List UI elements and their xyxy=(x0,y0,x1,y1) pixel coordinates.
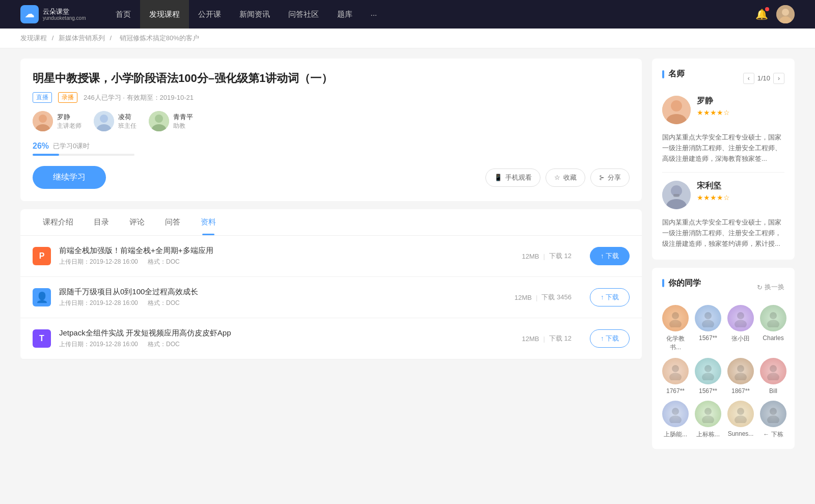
svg-point-37 xyxy=(704,408,712,415)
svg-point-4 xyxy=(39,115,47,123)
classmate-5[interactable]: 1767** xyxy=(662,358,689,395)
classmate-10[interactable]: 上标栋... xyxy=(695,401,721,439)
classmate-8[interactable]: Bill xyxy=(760,358,786,395)
logo-text-container: 云朵课堂 yunduoketang.com xyxy=(43,8,86,21)
classmate-6[interactable]: 1567** xyxy=(695,358,721,395)
file-info-3: Jetpack全组件实战 开发短视频应用高仿皮皮虾App 上传日期：2019-1… xyxy=(59,328,513,349)
classmates-header: 你的同学 ↻ 换一换 xyxy=(662,278,784,297)
nav-discover[interactable]: 发现课程 xyxy=(140,0,189,29)
classmate-5-avatar xyxy=(662,358,689,384)
nav-exam[interactable]: 题库 xyxy=(328,0,362,29)
file-name-1: 前端全栈加强版！前端全栈+全周期+多端应用 xyxy=(59,246,513,256)
classmate-1-avatar xyxy=(662,305,689,331)
progress-text: 已学习0课时 xyxy=(53,142,90,151)
nav-news[interactable]: 新闻资讯 xyxy=(230,0,279,29)
teacher-2-role: 班主任 xyxy=(118,122,137,130)
nav-qa[interactable]: 问答社区 xyxy=(279,0,328,29)
tab-resources[interactable]: 资料 xyxy=(191,209,226,235)
main-content: 明星中教授课，小学阶段语法100分–强化级第1讲动词（一） 直播 录播 246人… xyxy=(20,59,642,457)
tab-intro[interactable]: 课程介绍 xyxy=(33,209,84,235)
teacher-divider xyxy=(662,172,784,173)
classmate-1[interactable]: 化学教书... xyxy=(662,305,689,352)
classmate-2[interactable]: 1567** xyxy=(695,305,721,352)
svg-point-41 xyxy=(770,408,777,415)
main-layout: 明星中教授课，小学阶段语法100分–强化级第1讲动词（一） 直播 录播 246人… xyxy=(0,48,815,467)
file-icon-1: P xyxy=(33,247,51,265)
teachers-sidebar-card: 名师 ‹ 1/10 › 罗静 ★★★★☆ xyxy=(652,59,795,260)
classmate-7[interactable]: 1867** xyxy=(727,358,754,395)
refresh-label: 换一换 xyxy=(765,283,784,292)
action-buttons-right: 📱 手机观看 ☆ 收藏 ⊱ 分享 xyxy=(485,169,630,187)
phone-watch-button[interactable]: 📱 手机观看 xyxy=(485,169,540,187)
nav-opencourse[interactable]: 公开课 xyxy=(189,0,230,29)
star-icon: ☆ xyxy=(554,174,560,181)
course-meta: 直播 录播 246人已学习 · 有效期至：2019-10-21 xyxy=(33,92,630,103)
teachers-pagination: ‹ 1/10 › xyxy=(743,73,784,84)
teacher-2: 凌荷 班主任 xyxy=(94,111,137,131)
svg-point-29 xyxy=(704,365,712,372)
svg-point-42 xyxy=(767,415,779,423)
share-label: 分享 xyxy=(608,173,621,182)
file-item-2: 👤 跟随千万级项目从0到100全过程高效成长 上传日期：2019-12-28 1… xyxy=(20,277,642,318)
classmate-12[interactable]: ← 下栋 xyxy=(760,401,786,439)
user-avatar[interactable] xyxy=(776,5,795,23)
svg-point-40 xyxy=(735,415,747,423)
classmate-5-name: 1767** xyxy=(666,387,685,395)
logo-sub: yunduoketang.com xyxy=(43,15,86,21)
svg-point-23 xyxy=(737,312,744,319)
svg-point-10 xyxy=(155,115,163,123)
svg-point-24 xyxy=(735,320,747,327)
logo-name: 云朵课堂 xyxy=(43,8,86,16)
sidebar-teacher-1-avatar xyxy=(662,96,691,124)
classmate-3-avatar xyxy=(727,305,754,331)
tab-qa[interactable]: 问答 xyxy=(155,209,191,235)
tab-comments[interactable]: 评论 xyxy=(119,209,155,235)
teachers-prev-button[interactable]: ‹ xyxy=(743,73,754,84)
refresh-button[interactable]: ↻ 换一换 xyxy=(757,283,784,292)
teacher-3-avatar xyxy=(149,111,169,131)
tab-contents[interactable]: 目录 xyxy=(84,209,119,235)
classmate-7-avatar xyxy=(727,358,754,384)
nav-home[interactable]: 首页 xyxy=(106,0,140,29)
course-title: 明星中教授课，小学阶段语法100分–强化级第1讲动词（一） xyxy=(33,71,630,86)
share-button[interactable]: ⊱ 分享 xyxy=(590,169,630,187)
classmate-6-avatar xyxy=(695,358,721,384)
teacher-3: 青青平 助教 xyxy=(149,111,193,131)
classmate-4[interactable]: Charles xyxy=(760,305,786,352)
progress-section: 26% 已学习0课时 xyxy=(33,142,630,156)
teachers-list: 罗静 主讲老师 凌荷 班主任 xyxy=(33,111,630,131)
collect-button[interactable]: ☆ 收藏 xyxy=(546,169,585,187)
avatar-image xyxy=(776,5,795,23)
continue-study-button[interactable]: 继续学习 xyxy=(33,166,106,189)
svg-point-31 xyxy=(737,365,744,372)
classmate-8-name: Bill xyxy=(769,387,777,395)
svg-point-19 xyxy=(672,312,679,319)
breadcrumb-series[interactable]: 新媒体营销系列 xyxy=(59,34,105,42)
download-button-3[interactable]: ↑ 下载 xyxy=(590,329,630,348)
classmates-grid: 化学教书... 1567** xyxy=(662,305,784,439)
bell-icon[interactable]: 🔔 xyxy=(755,8,768,20)
logo[interactable]: ☁ 云朵课堂 yunduoketang.com xyxy=(20,5,86,23)
breadcrumb-discover[interactable]: 发现课程 xyxy=(20,34,47,42)
nav-more[interactable]: ··· xyxy=(362,0,387,29)
download-button-2[interactable]: ↑ 下载 xyxy=(590,288,630,306)
teacher-1-role: 主讲老师 xyxy=(57,122,82,130)
classmate-1-name: 化学教书... xyxy=(662,334,689,352)
sidebar-teacher-1-desc: 国内某重点大学安全工程专业硕士，国家一级注册消防工程师、注册安全工程师、高级注册… xyxy=(662,132,784,164)
file-item-1: P 前端全栈加强版！前端全栈+全周期+多端应用 上传日期：2019-12-28 … xyxy=(20,236,642,277)
classmate-9[interactable]: 上肠能... xyxy=(662,401,689,439)
teacher-2-name: 凌荷 xyxy=(118,113,137,122)
sidebar: 名师 ‹ 1/10 › 罗静 ★★★★☆ xyxy=(652,59,795,457)
logo-icon: ☁ xyxy=(20,5,39,23)
download-button-1[interactable]: ↑ 下载 xyxy=(590,247,630,265)
teachers-next-button[interactable]: › xyxy=(773,73,784,84)
notification-dot xyxy=(765,7,769,11)
course-actions: 继续学习 📱 手机观看 ☆ 收藏 ⊱ 分享 xyxy=(33,166,630,189)
file-date-2: 上传日期：2019-12-28 16:00 格式：DOC xyxy=(59,299,506,307)
tabs-header: 课程介绍 目录 评论 问答 资料 xyxy=(20,209,642,236)
classmate-11[interactable]: Sunnes... xyxy=(727,401,754,439)
classmate-3[interactable]: 张小田 xyxy=(727,305,754,352)
classmate-4-name: Charles xyxy=(763,334,783,342)
breadcrumb-current: 销冠修炼术搞定80%的客户 xyxy=(120,34,199,42)
file-icon-3: T xyxy=(33,329,51,348)
